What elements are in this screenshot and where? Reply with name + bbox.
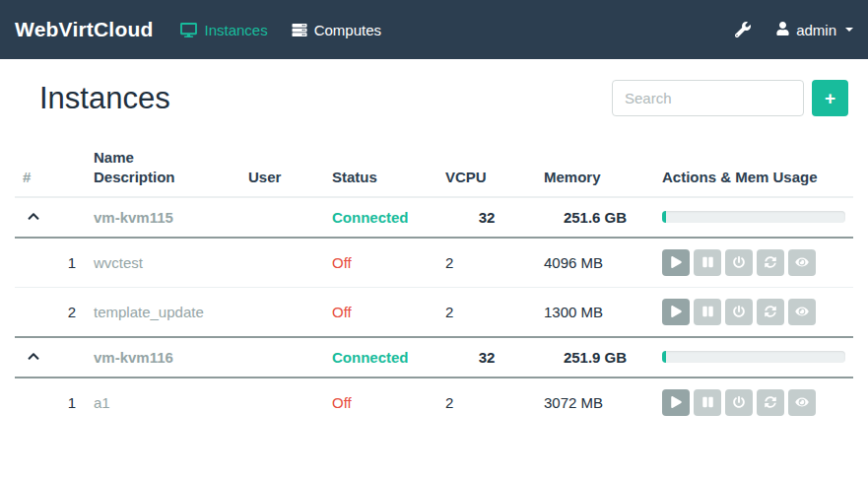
actions-cell xyxy=(654,378,853,427)
user-cell xyxy=(240,378,324,427)
col-header-status: Status xyxy=(324,140,437,197)
power-off-icon xyxy=(733,396,745,408)
vcpu-cell: 2 xyxy=(437,287,536,337)
refresh-icon xyxy=(765,396,776,408)
vcpu-cell: 32 xyxy=(437,337,536,378)
status-badge: Off xyxy=(324,238,437,288)
vm-number: 2 xyxy=(15,287,86,337)
mem-usage-bar xyxy=(662,351,845,363)
col-header-num: # xyxy=(15,140,86,197)
vm-name-link[interactable]: template_update xyxy=(94,304,204,320)
table-row-host: vm-kvm116 Connected 32 251.9 GB xyxy=(15,337,853,378)
top-navbar: WebVirtCloud Instances Computes admin xyxy=(0,0,868,59)
suspend-vm-button[interactable] xyxy=(694,299,721,325)
col-header-vcpu: VCPU xyxy=(437,140,536,197)
power-off-vm-button[interactable] xyxy=(725,249,753,276)
power-off-icon xyxy=(733,256,745,268)
host-name-link[interactable]: vm-kvm116 xyxy=(94,349,173,366)
nav-item-computes[interactable]: Computes xyxy=(292,22,381,38)
user-cell xyxy=(240,287,324,337)
table-row-vm: 1 wvctest Off 2 4096 MB xyxy=(15,238,853,288)
mem-usage-cell xyxy=(654,337,853,378)
status-badge: Connected xyxy=(324,197,437,238)
instances-table: # Name Description User Status VCPU Memo… xyxy=(15,140,853,427)
mem-usage-cell xyxy=(654,197,853,238)
table-row-host: vm-kvm115 Connected 32 251.6 GB xyxy=(15,197,853,238)
eye-icon xyxy=(795,256,809,268)
vm-name-link[interactable]: a1 xyxy=(94,394,110,411)
table-row-vm: 1 a1 Off 2 3072 MB xyxy=(15,378,853,427)
suspend-vm-button[interactable] xyxy=(694,389,721,416)
user-icon xyxy=(776,22,789,38)
start-vm-button[interactable] xyxy=(662,299,690,325)
plus-icon: + xyxy=(825,89,835,107)
play-icon xyxy=(671,306,682,317)
table-row-vm: 2 template_update Off 2 1300 MB xyxy=(15,287,853,337)
col-header-name: Name Description xyxy=(86,140,240,197)
col-header-actions: Actions & Mem Usage xyxy=(654,140,853,197)
view-console-button[interactable] xyxy=(788,389,816,416)
vcpu-cell: 2 xyxy=(437,238,536,288)
mem-usage-bar xyxy=(662,211,845,223)
actions-cell xyxy=(654,238,853,288)
server-icon xyxy=(292,23,307,37)
memory-cell: 1300 MB xyxy=(536,287,654,337)
status-badge: Connected xyxy=(324,337,437,378)
chevron-up-icon[interactable] xyxy=(27,210,40,223)
pause-icon xyxy=(702,306,713,317)
refresh-icon xyxy=(765,306,776,317)
memory-cell: 251.6 GB xyxy=(536,197,654,238)
brand-logo[interactable]: WebVirtCloud xyxy=(15,18,153,41)
memory-cell: 4096 MB xyxy=(536,238,654,288)
host-name-link[interactable]: vm-kvm115 xyxy=(94,209,173,226)
col-header-memory: Memory xyxy=(536,140,654,197)
chevron-up-icon[interactable] xyxy=(27,350,40,363)
user-cell xyxy=(240,337,324,378)
col-header-user: User xyxy=(240,140,324,197)
suspend-vm-button[interactable] xyxy=(694,249,721,276)
memory-cell: 3072 MB xyxy=(536,378,654,427)
refresh-icon xyxy=(765,256,776,268)
user-cell xyxy=(240,238,324,288)
main-content: Instances + # Name Description User Stat… xyxy=(0,80,868,427)
start-vm-button[interactable] xyxy=(662,249,690,276)
power-off-vm-button[interactable] xyxy=(725,299,753,325)
add-instance-button[interactable]: + xyxy=(812,80,848,116)
user-menu[interactable]: admin xyxy=(776,22,853,38)
status-badge: Off xyxy=(324,287,437,337)
vcpu-cell: 2 xyxy=(437,378,536,427)
refresh-vm-button[interactable] xyxy=(757,389,784,416)
eye-icon xyxy=(795,396,809,408)
desktop-icon xyxy=(180,23,197,37)
search-input[interactable] xyxy=(612,80,804,116)
view-console-button[interactable] xyxy=(788,299,816,325)
refresh-vm-button[interactable] xyxy=(757,299,784,325)
nav-label: Computes xyxy=(314,22,381,38)
pause-icon xyxy=(702,256,713,268)
actions-cell xyxy=(654,287,853,337)
pause-icon xyxy=(702,396,713,408)
start-vm-button[interactable] xyxy=(662,389,690,416)
nav-label: Instances xyxy=(204,22,267,38)
view-console-button[interactable] xyxy=(788,249,816,276)
user-cell xyxy=(240,197,324,238)
vcpu-cell: 32 xyxy=(437,197,536,238)
memory-cell: 251.9 GB xyxy=(536,337,654,378)
eye-icon xyxy=(795,306,809,317)
main-nav: Instances Computes xyxy=(180,22,381,38)
play-icon xyxy=(671,256,682,268)
power-off-icon xyxy=(733,306,745,317)
table-header-row: # Name Description User Status VCPU Memo… xyxy=(15,140,853,197)
play-icon xyxy=(671,396,682,408)
power-off-vm-button[interactable] xyxy=(725,389,753,416)
page-title: Instances xyxy=(15,81,170,116)
status-badge: Off xyxy=(324,378,437,427)
vm-number: 1 xyxy=(15,238,86,288)
refresh-vm-button[interactable] xyxy=(757,249,784,276)
nav-item-instances[interactable]: Instances xyxy=(180,22,267,38)
navbar-right: admin xyxy=(735,22,853,38)
vm-name-link[interactable]: wvctest xyxy=(94,254,143,271)
wrench-icon[interactable] xyxy=(735,22,751,37)
vm-number: 1 xyxy=(15,378,86,427)
username-label: admin xyxy=(796,22,836,38)
